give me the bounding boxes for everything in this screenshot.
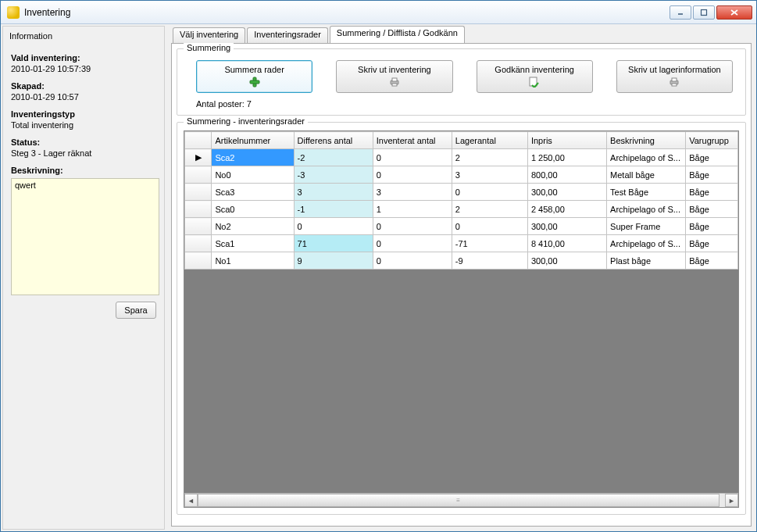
titlebar[interactable]: Inventering xyxy=(1,1,756,24)
row-header[interactable] xyxy=(185,166,212,184)
cell[interactable]: 2 xyxy=(452,149,527,166)
data-grid[interactable]: Artikelnummer Differens antal Inventerat… xyxy=(184,130,739,508)
col-artikelnummer[interactable]: Artikelnummer xyxy=(212,132,294,149)
col-inventerat[interactable]: Inventerat antal xyxy=(373,132,452,149)
cell[interactable]: 0 xyxy=(452,218,527,235)
cell[interactable]: Båge xyxy=(686,184,738,201)
scroll-track[interactable]: ≡ xyxy=(198,494,725,507)
horizontal-scrollbar[interactable]: ◄ ≡ ► xyxy=(184,493,738,507)
table-row[interactable]: ▶Sca2-2021 250,00Archipelago of S...Båge xyxy=(185,149,738,166)
col-lagerantal[interactable]: Lagerantal xyxy=(452,132,527,149)
cell[interactable]: Archipelago of S... xyxy=(607,235,686,252)
row-header[interactable] xyxy=(185,218,212,235)
cell[interactable]: -1 xyxy=(294,201,373,218)
cell[interactable]: Båge xyxy=(686,252,738,270)
cell[interactable]: 0 xyxy=(373,166,452,184)
cell[interactable]: Sca3 xyxy=(212,184,294,201)
scroll-left-arrow[interactable]: ◄ xyxy=(184,494,198,507)
tab-inventeringsrader[interactable]: Inventeringsrader xyxy=(247,27,328,43)
approve-icon xyxy=(528,76,541,88)
cell[interactable]: Båge xyxy=(686,201,738,218)
svg-rect-8 xyxy=(392,84,397,86)
cell[interactable]: Sca0 xyxy=(212,201,294,218)
row-header[interactable] xyxy=(185,252,212,270)
cell[interactable]: No0 xyxy=(212,166,294,184)
table-row[interactable]: No2000300,00Super FrameBåge xyxy=(185,218,738,235)
printer-icon xyxy=(668,76,680,88)
tab-summering[interactable]: Summering / Difflista / Godkänn xyxy=(330,26,465,43)
cell[interactable]: Plast båge xyxy=(607,252,686,270)
summera-rader-button[interactable]: Summera rader xyxy=(196,60,312,93)
cell[interactable]: -2 xyxy=(294,149,373,166)
row-header[interactable]: ▶ xyxy=(185,149,212,166)
cell[interactable]: 300,00 xyxy=(527,184,606,201)
row-header[interactable] xyxy=(185,201,212,218)
cell[interactable]: Båge xyxy=(686,166,738,184)
cell[interactable]: 300,00 xyxy=(527,218,606,235)
cell[interactable]: Metall båge xyxy=(607,166,686,184)
tab-valj-inventering[interactable]: Välj inventering xyxy=(173,27,245,43)
cell[interactable]: Archipelago of S... xyxy=(607,201,686,218)
cell[interactable]: 2 458,00 xyxy=(527,201,606,218)
cell[interactable]: No1 xyxy=(212,252,294,270)
minimize-button[interactable] xyxy=(670,5,691,20)
col-inpris[interactable]: Inpris xyxy=(527,132,606,149)
cell[interactable]: Archipelago of S... xyxy=(607,149,686,166)
group-grid: Summering - inventeringsrader Artikelnum… xyxy=(177,122,746,515)
cell[interactable]: 0 xyxy=(373,149,452,166)
row-header[interactable] xyxy=(185,235,212,252)
table-row[interactable]: No190-9300,00Plast bågeBåge xyxy=(185,252,738,270)
scroll-right-arrow[interactable]: ► xyxy=(725,494,738,507)
cell[interactable]: Super Frame xyxy=(607,218,686,235)
close-button[interactable] xyxy=(716,5,752,20)
row-header[interactable] xyxy=(185,184,212,201)
grid-empty-area xyxy=(184,270,738,493)
cell[interactable]: 1 xyxy=(373,201,452,218)
cell[interactable]: 3 xyxy=(373,184,452,201)
godkann-inventering-button[interactable]: Godkänn inventering xyxy=(477,60,593,93)
table-row[interactable]: No0-303800,00Metall bågeBåge xyxy=(185,166,738,184)
cell[interactable]: 2 xyxy=(452,201,527,218)
skriv-ut-lagerinformation-button[interactable]: Skriv ut lagerinformation xyxy=(616,60,733,93)
cell[interactable]: Sca2 xyxy=(212,149,294,166)
cell[interactable]: 0 xyxy=(373,252,452,270)
cell[interactable]: 300,00 xyxy=(527,252,606,270)
cell[interactable]: 0 xyxy=(373,218,452,235)
cell[interactable]: 8 410,00 xyxy=(527,235,606,252)
status-value: Steg 3 - Lager räknat xyxy=(11,148,156,158)
summera-rader-label: Summera rader xyxy=(224,65,284,74)
app-icon xyxy=(7,6,20,19)
spara-button[interactable]: Spara xyxy=(116,302,156,319)
table-row[interactable]: Sca1710-718 410,00Archipelago of S...Båg… xyxy=(185,235,738,252)
col-differens[interactable]: Differens antal xyxy=(294,132,373,149)
cell[interactable]: No2 xyxy=(212,218,294,235)
col-varugrupp[interactable]: Varugrupp xyxy=(686,132,738,149)
cell[interactable]: Test Båge xyxy=(607,184,686,201)
col-beskrivning[interactable]: Beskrivning xyxy=(607,132,686,149)
cell[interactable]: 71 xyxy=(294,235,373,252)
cell[interactable]: -9 xyxy=(452,252,527,270)
scroll-thumb[interactable]: ≡ xyxy=(198,494,720,507)
skriv-ut-inventering-button[interactable]: Skriv ut inventering xyxy=(336,60,452,93)
corner-cell[interactable] xyxy=(185,132,212,149)
inventeringstyp-value: Total inventering xyxy=(11,120,156,130)
cell[interactable]: -3 xyxy=(294,166,373,184)
cell[interactable]: 1 250,00 xyxy=(527,149,606,166)
cell[interactable]: 3 xyxy=(294,184,373,201)
cell[interactable]: 800,00 xyxy=(527,166,606,184)
cell[interactable]: Båge xyxy=(686,218,738,235)
cell[interactable]: Båge xyxy=(686,149,738,166)
cell[interactable]: Båge xyxy=(686,235,738,252)
cell[interactable]: Sca1 xyxy=(212,235,294,252)
table-row[interactable]: Sca0-1122 458,00Archipelago of S...Båge xyxy=(185,201,738,218)
cell[interactable]: 0 xyxy=(294,218,373,235)
cell[interactable]: 0 xyxy=(452,184,527,201)
cell[interactable]: 9 xyxy=(294,252,373,270)
table-row[interactable]: Sca3330300,00Test BågeBåge xyxy=(185,184,738,201)
cell[interactable]: 3 xyxy=(452,166,527,184)
sidebar: Information Vald inventering: 2010-01-29… xyxy=(2,26,165,530)
beskrivning-textarea[interactable] xyxy=(11,178,159,295)
cell[interactable]: 0 xyxy=(373,235,452,252)
maximize-button[interactable] xyxy=(693,5,715,20)
cell[interactable]: -71 xyxy=(452,235,527,252)
